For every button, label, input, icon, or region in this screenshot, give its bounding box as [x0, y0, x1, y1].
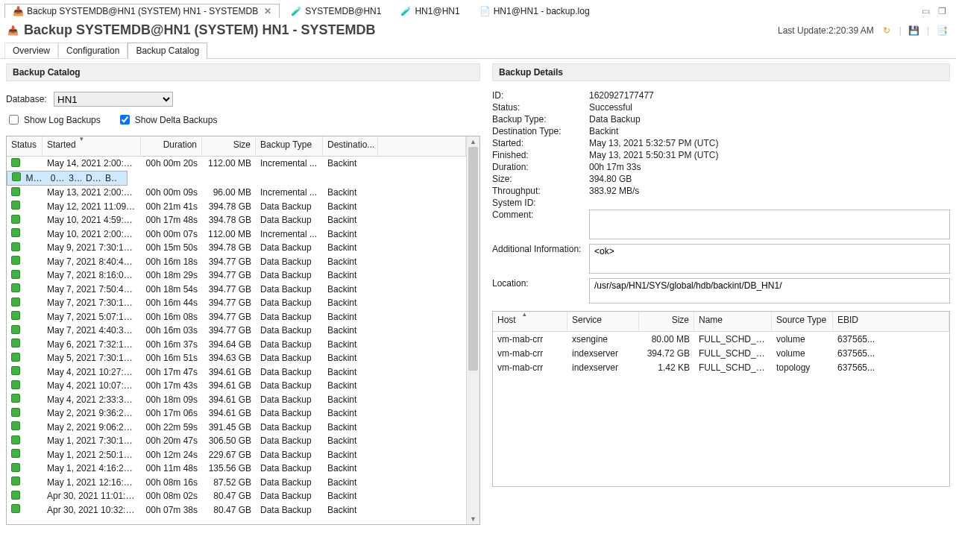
catalog-row[interactable]: May 5, 2021 7:30:13 ...00h 16m 51s394.63…	[7, 351, 466, 365]
col-name[interactable]: Name	[694, 312, 772, 331]
catalog-row[interactable]: Apr 30, 2021 11:01:3...00h 08m 02s80.47 …	[7, 489, 466, 503]
addinfo-field: <ok>	[589, 244, 950, 274]
col-backup-type[interactable]: Backup Type	[256, 136, 323, 156]
status-success-icon	[11, 463, 20, 472]
catalog-row[interactable]: May 2, 2021 9:06:25 ...00h 22m 59s391.45…	[7, 421, 466, 435]
editor-tab[interactable]: 🧪HN1@HN1	[392, 4, 468, 19]
catalog-row[interactable]: May 4, 2021 10:07:13...00h 17m 43s394.61…	[7, 379, 466, 393]
scroll-thumb[interactable]	[468, 147, 478, 371]
editor-tab[interactable]: 📄HN1@HN1 - backup.log	[471, 4, 598, 19]
desttype-label: Destination Type:	[492, 126, 589, 136]
status-success-icon	[11, 353, 20, 362]
options-button[interactable]: 📑	[935, 24, 949, 37]
sub-tab[interactable]: Backup Catalog	[128, 43, 207, 59]
col-source-type[interactable]: Source Type	[772, 312, 833, 331]
throughput-label: Throughput:	[492, 186, 589, 196]
status-success-icon	[12, 172, 21, 181]
catalog-row[interactable]: May 1, 2021 7:30:14 ...00h 20m 47s306.50…	[7, 434, 466, 448]
catalog-row[interactable]: May 4, 2021 2:33:39 ...00h 18m 09s394.61…	[7, 393, 466, 407]
status-success-icon	[11, 435, 20, 444]
host-row[interactable]: vm-mab-crrxsengine80.00 MBFULL_SCHD_d...…	[493, 332, 949, 346]
catalog-row[interactable]: May 4, 2021 10:27:57...00h 17m 47s394.61…	[7, 365, 466, 380]
status-success-icon	[11, 380, 20, 389]
catalog-row[interactable]: May 1, 2021 2:50:12 ...00h 12m 24s229.67…	[7, 448, 466, 462]
catalog-row[interactable]: May 7, 2021 5:07:14 ...00h 16m 08s394.77…	[7, 310, 466, 324]
col-started[interactable]: Started▾	[43, 136, 141, 156]
status-success-icon	[11, 491, 20, 500]
database-select[interactable]: HN1	[54, 92, 173, 107]
catalog-row[interactable]: May 7, 2021 7:30:13 ...00h 16m 44s394.77…	[7, 296, 466, 310]
status-success-icon	[11, 421, 20, 430]
col-host-size[interactable]: Size	[639, 312, 694, 331]
catalog-row[interactable]: May 13, 2021 5:32:57...00h 17m 33s394.80…	[7, 171, 128, 186]
catalog-row[interactable]: May 1, 2021 12:16:21...00h 08m 16s87.52 …	[7, 476, 466, 490]
scroll-down-icon[interactable]: ▼	[467, 514, 479, 524]
type-value: Data Backup	[589, 114, 641, 125]
sub-tabbar: OverviewConfigurationBackup Catalog	[0, 43, 956, 59]
catalog-row[interactable]: May 7, 2021 8:16:03 ...00h 18m 29s394.77…	[7, 268, 466, 283]
editor-tabbar: 📥Backup SYSTEMDB@HN1 (SYSTEM) HN1 - SYST…	[0, 0, 956, 19]
minimize-icon[interactable]: ▭	[920, 6, 931, 16]
addinfo-label: Additional Information:	[492, 244, 589, 254]
show-delta-checkbox[interactable]: Show Delta Backups	[117, 113, 218, 127]
maximize-icon[interactable]: ❐	[937, 6, 947, 16]
status-success-icon	[11, 256, 20, 265]
sort-desc-icon: ▾	[80, 136, 84, 142]
col-status[interactable]: Status	[7, 136, 43, 156]
catalog-grid-header: Status Started▾ Duration Size Backup Typ…	[7, 136, 466, 157]
catalog-row[interactable]: May 13, 2021 2:00:13...00h 00m 09s96.00 …	[7, 186, 466, 200]
status-success-icon	[11, 504, 20, 513]
save-button[interactable]: 💾	[908, 24, 921, 37]
id-label: ID:	[492, 90, 589, 101]
comment-field[interactable]	[589, 210, 950, 239]
started-label: Started:	[492, 138, 589, 148]
details-title: Backup Details	[492, 63, 950, 81]
col-service[interactable]: Service	[567, 312, 639, 331]
finished-label: Finished:	[492, 150, 589, 160]
col-size[interactable]: Size	[202, 136, 256, 156]
catalog-row[interactable]: May 7, 2021 4:40:30 ...00h 16m 03s394.77…	[7, 324, 466, 338]
catalog-title: Backup Catalog	[6, 63, 480, 81]
comment-label: Comment:	[492, 210, 589, 220]
catalog-row[interactable]: Apr 30, 2021 10:32:1...00h 07m 38s80.47 …	[7, 503, 466, 517]
col-ebid[interactable]: EBID	[833, 312, 949, 331]
editor-tab[interactable]: 🧪SYSTEMDB@HN1	[283, 4, 389, 19]
close-icon[interactable]: ✕	[264, 6, 271, 16]
catalog-row[interactable]: May 1, 2021 4:16:24 ...00h 11m 48s135.56…	[7, 462, 466, 476]
sub-tab[interactable]: Overview	[4, 43, 58, 59]
col-destination[interactable]: Destinatio...	[323, 136, 378, 156]
catalog-row[interactable]: May 14, 2021 2:00:13...00h 00m 20s112.00…	[7, 157, 466, 171]
database-label: Database:	[6, 94, 49, 104]
catalog-row[interactable]: May 7, 2021 7:50:48 ...00h 18m 54s394.77…	[7, 283, 466, 297]
catalog-panel: Backup Catalog Database: HN1 Show Log Ba…	[0, 59, 486, 552]
catalog-row[interactable]: May 12, 2021 11:09:5...00h 21m 41s394.78…	[7, 200, 466, 214]
host-row[interactable]: vm-mab-crrindexserver1.42 KBFULL_SCHD_d.…	[493, 360, 949, 374]
started-value: May 13, 2021 5:32:57 PM (UTC)	[589, 138, 718, 148]
catalog-row[interactable]: May 10, 2021 4:59:10...00h 17m 48s394.78…	[7, 213, 466, 227]
scroll-up-icon[interactable]: ▲	[467, 136, 479, 147]
details-panel: Backup Details ID:1620927177477 Status:S…	[486, 59, 956, 552]
size-label: Size:	[492, 174, 589, 184]
col-duration[interactable]: Duration	[141, 136, 202, 156]
catalog-row[interactable]: May 2, 2021 9:36:20 ...00h 17m 06s394.61…	[7, 406, 466, 421]
status-success-icon	[11, 242, 20, 251]
catalog-row[interactable]: May 10, 2021 2:00:14...00h 00m 07s112.00…	[7, 227, 466, 242]
catalog-scrollbar[interactable]: ▲ ▼	[466, 136, 479, 524]
sub-tab[interactable]: Configuration	[58, 43, 128, 59]
duration-label: Duration:	[492, 162, 589, 172]
editor-tab[interactable]: 📥Backup SYSTEMDB@HN1 (SYSTEM) HN1 - SYST…	[4, 4, 280, 19]
desttype-value: Backint	[589, 126, 618, 136]
host-row[interactable]: vm-mab-crrindexserver394.72 GBFULL_SCHD_…	[493, 346, 949, 360]
location-label: Location:	[492, 278, 589, 289]
status-success-icon	[11, 283, 20, 292]
status-success-icon	[11, 158, 20, 167]
refresh-button[interactable]: ↻	[880, 24, 893, 37]
backup-icon: 📥	[7, 25, 18, 36]
catalog-row[interactable]: May 9, 2021 7:30:13 ...00h 15m 50s394.78…	[7, 241, 466, 255]
finished-value: May 13, 2021 5:50:31 PM (UTC)	[589, 150, 718, 160]
catalog-row[interactable]: May 7, 2021 8:40:47 ...00h 16m 18s394.77…	[7, 255, 466, 269]
catalog-row[interactable]: May 6, 2021 7:32:12 ...00h 16m 37s394.64…	[7, 338, 466, 352]
show-log-checkbox[interactable]: Show Log Backups	[6, 113, 101, 127]
col-host[interactable]: Host▴	[493, 312, 567, 331]
status-success-icon	[11, 476, 20, 485]
